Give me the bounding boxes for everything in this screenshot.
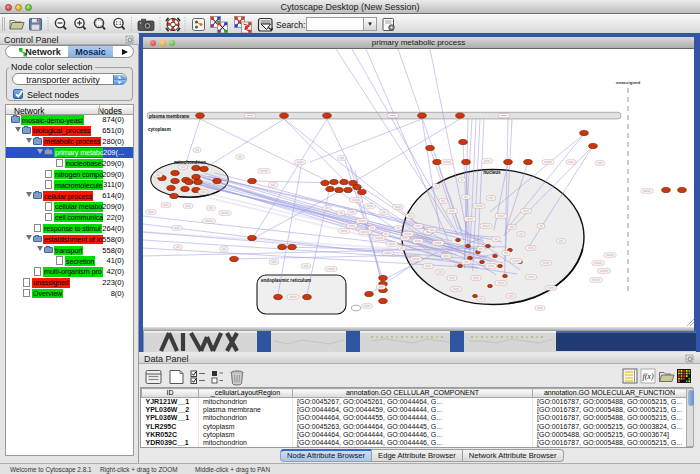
svg-text:cytoplasm: cytoplasm: [148, 127, 171, 132]
svg-text:endoplasmic reticulum: endoplasmic reticulum: [261, 278, 311, 283]
svg-text:1:1: 1:1: [115, 21, 122, 26]
svg-text:unassigned: unassigned: [616, 80, 641, 85]
svg-text:nucleus: nucleus: [483, 170, 501, 175]
svg-text:mitochondrion: mitochondrion: [174, 160, 206, 165]
svg-text:f(x): f(x): [642, 372, 653, 381]
svg-text:plasma membrane: plasma membrane: [149, 114, 190, 119]
